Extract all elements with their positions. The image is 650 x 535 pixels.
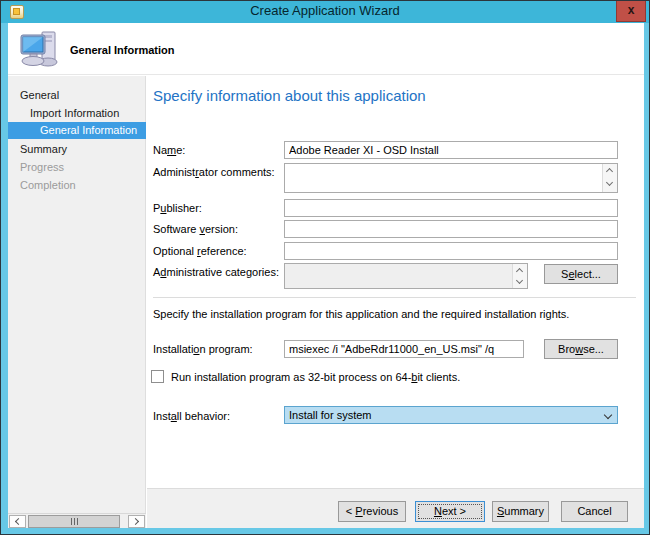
wizard-nav-sidebar: General Import Information General Infor… (8, 76, 146, 528)
installation-program-input[interactable] (284, 340, 524, 358)
nav-item-summary[interactable]: Summary (8, 141, 146, 158)
title-bar[interactable]: Create Application Wizard x (1, 1, 649, 23)
publisher-input[interactable] (284, 199, 618, 217)
scroll-left-button[interactable] (9, 515, 26, 528)
installation-program-label: Installation program: (153, 343, 283, 355)
categories-scrollbar (512, 264, 527, 288)
page-heading: Specify information about this applicati… (153, 87, 426, 104)
scroll-right-button[interactable] (128, 515, 145, 528)
sidebar-horizontal-scrollbar[interactable] (8, 513, 146, 528)
administrator-comments-textarea[interactable] (284, 163, 618, 193)
scroll-up-button[interactable] (603, 164, 617, 178)
install-behavior-label: Install behavior: (153, 410, 283, 422)
install-behavior-dropdown[interactable]: Install for system (284, 406, 618, 424)
name-input[interactable] (284, 141, 618, 159)
select-button[interactable]: Select... (544, 264, 618, 284)
administrator-comments-label: Administrator comments: (153, 166, 283, 178)
next-button[interactable]: Next > (415, 501, 485, 522)
optional-reference-input[interactable] (284, 242, 618, 260)
nav-item-progress: Progress (8, 159, 146, 176)
wizard-body: General Information General Import Infor… (8, 23, 644, 528)
scroll-up-icon (606, 168, 613, 175)
name-label: Name: (153, 144, 283, 156)
scroll-right-icon (132, 518, 139, 525)
cancel-button[interactable]: Cancel (561, 501, 628, 522)
scrollbar-thumb[interactable] (28, 515, 120, 528)
run-32bit-checkbox-label: Run installation program as 32-bit proce… (171, 371, 460, 383)
browse-button[interactable]: Browse... (544, 339, 618, 359)
installation-instruction-text: Specify the installation program for thi… (153, 308, 634, 320)
scroll-down-icon (516, 277, 523, 284)
scroll-down-icon (606, 179, 613, 186)
install-behavior-selected-value: Install for system (289, 409, 372, 421)
scroll-down-button[interactable] (603, 178, 617, 192)
close-icon: x (628, 3, 635, 17)
scroll-up-icon (516, 268, 523, 275)
optional-reference-label: Optional reference: (153, 245, 283, 257)
run-32bit-checkbox[interactable] (151, 370, 164, 383)
summary-button[interactable]: Summary (492, 501, 549, 522)
publisher-label: Publisher: (153, 202, 283, 214)
nav-item-import-information[interactable]: Import Information (8, 105, 146, 122)
create-application-wizard-window: Create Application Wizard x G (0, 0, 650, 535)
previous-button[interactable]: < Previous (338, 501, 406, 522)
nav-item-general[interactable]: General (8, 87, 146, 104)
header-title: General Information (70, 44, 175, 56)
software-version-input[interactable] (284, 220, 618, 238)
scroll-up-button (513, 264, 527, 276)
window-title: Create Application Wizard (1, 3, 649, 18)
section-separator (153, 297, 636, 298)
scroll-down-button (513, 276, 527, 288)
wizard-page-content: Specify information about this applicati… (147, 76, 644, 528)
wizard-header: General Information (8, 23, 644, 75)
scroll-left-icon (15, 518, 22, 525)
administrative-categories-box (284, 263, 528, 289)
chevron-down-icon (604, 411, 612, 419)
software-version-label: Software version: (153, 223, 283, 235)
administrative-categories-label: Administrative categories: (153, 266, 283, 278)
nav-item-general-information[interactable]: General Information (8, 122, 146, 139)
nav-item-completion: Completion (8, 177, 146, 194)
computer-icon (18, 28, 62, 76)
close-button[interactable]: x (616, 1, 646, 22)
footer-button-bar: < Previous Next > Summary Cancel (147, 489, 644, 528)
comments-scrollbar[interactable] (602, 164, 617, 192)
